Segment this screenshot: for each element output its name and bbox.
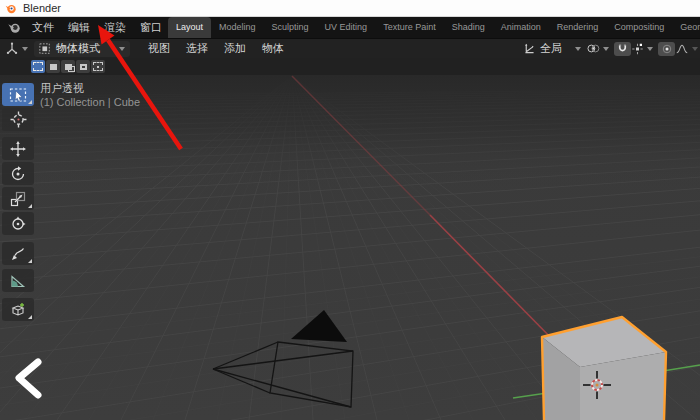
blender-menu-icon[interactable]: [7, 21, 21, 34]
cursor-icon: [10, 111, 27, 128]
select-extend-icon: [50, 64, 57, 70]
chevron-down-icon: [575, 47, 581, 51]
select-mode-extend-button[interactable]: [46, 60, 60, 73]
orientation-global-icon: [523, 42, 536, 55]
orientation-label: 全局: [540, 41, 562, 56]
tool-select-box[interactable]: [2, 83, 34, 106]
select-mode-subtract-button[interactable]: [61, 60, 75, 73]
select-mode-set-button[interactable]: [31, 60, 45, 73]
tab-compositing[interactable]: Compositing: [606, 17, 672, 38]
os-titlebar: Blender: [0, 0, 700, 17]
pivot-point-icon: [586, 42, 600, 55]
tab-texture-paint[interactable]: Texture Paint: [375, 17, 444, 38]
viewport-3d[interactable]: 用户透视 (1) Collection | Cube: [0, 75, 700, 420]
rotate-icon: [10, 166, 26, 182]
window-title: Blender: [23, 2, 61, 14]
tab-geometry-nodes[interactable]: Geometry Nodes: [672, 17, 700, 38]
magnet-icon: [617, 43, 628, 54]
select-mode-buttons: [31, 60, 105, 73]
object-mode-icon: [39, 43, 51, 55]
proportional-edit-controls: [658, 42, 698, 56]
tab-layout[interactable]: Layout: [168, 17, 211, 38]
viewport-header-right: 全局: [523, 39, 698, 58]
chevron-down-icon: [692, 47, 698, 51]
viewport-header: 物体模式 视图 选择 添加 物体 全局: [0, 38, 700, 59]
view-perspective-label: 用户透视: [40, 81, 140, 95]
3d-cursor: [583, 371, 611, 399]
snap-toggle-button[interactable]: [614, 42, 631, 56]
menu-view[interactable]: 视图: [140, 39, 178, 58]
editor-3d-viewport-icon: [5, 42, 19, 55]
workspace-tabs: Layout Modeling Sculpting UV Editing Tex…: [168, 17, 700, 38]
tool-transform[interactable]: [2, 212, 34, 235]
annotate-pen-icon: [10, 246, 26, 262]
proportional-dot-icon: [662, 44, 672, 54]
select-invert-icon: [80, 64, 87, 70]
blender-window: Blender 文件 编辑 渲染 窗口 帮助 Layout Modeling S…: [0, 0, 700, 420]
camera-object[interactable]: [213, 310, 353, 407]
tool-add-cube[interactable]: [2, 298, 34, 321]
mode-dropdown[interactable]: 物体模式: [34, 41, 130, 57]
chevron-down-icon: [22, 47, 28, 51]
toolbar: [2, 83, 34, 321]
proportional-edit-toggle[interactable]: [658, 42, 675, 56]
viewport-info: 用户透视 (1) Collection | Cube: [40, 81, 140, 109]
tool-settings-bar: [0, 58, 700, 75]
tab-rendering[interactable]: Rendering: [549, 17, 607, 38]
tool-move[interactable]: [2, 137, 34, 160]
camera-up-triangle: [291, 310, 347, 342]
select-intersect-icon: [93, 62, 103, 71]
measure-icon: [10, 273, 26, 289]
tab-modeling[interactable]: Modeling: [211, 17, 264, 38]
tool-annotate[interactable]: [2, 242, 34, 265]
snap-target-icon: [631, 43, 644, 55]
axis-x-line: [292, 76, 635, 420]
tool-measure[interactable]: [2, 269, 34, 292]
tab-animation[interactable]: Animation: [493, 17, 549, 38]
viewport-scene: [0, 75, 700, 420]
pivot-point-dropdown[interactable]: [586, 42, 609, 55]
snap-controls: [614, 42, 653, 56]
orientation-dropdown[interactable]: 全局: [523, 41, 581, 56]
menu-select[interactable]: 选择: [178, 39, 216, 58]
chevron-down-icon: [119, 47, 125, 51]
tool-rotate[interactable]: [2, 162, 34, 185]
axis-y-line: [513, 365, 700, 398]
select-box-icon: [9, 87, 27, 103]
tab-shading[interactable]: Shading: [444, 17, 493, 38]
scale-icon: [10, 191, 26, 207]
mode-label: 物体模式: [56, 41, 100, 56]
tab-uv-editing[interactable]: UV Editing: [317, 17, 376, 38]
tab-sculpting[interactable]: Sculpting: [264, 17, 317, 38]
menu-window[interactable]: 窗口: [133, 17, 169, 38]
select-subtract-icon: [65, 64, 72, 70]
chevron-down-icon: [603, 47, 609, 51]
transform-icon: [10, 216, 26, 232]
select-set-icon: [33, 62, 43, 71]
menu-edit[interactable]: 编辑: [61, 17, 97, 38]
menu-file[interactable]: 文件: [25, 17, 61, 38]
tool-scale[interactable]: [2, 187, 34, 210]
add-cube-icon: [10, 302, 26, 318]
snap-with-dropdown[interactable]: [631, 43, 653, 55]
menu-add[interactable]: 添加: [216, 39, 254, 58]
selection-outline: [542, 317, 666, 420]
falloff-curve-icon: [675, 43, 689, 55]
cube-object[interactable]: [542, 317, 666, 420]
select-mode-invert-button[interactable]: [76, 60, 90, 73]
editor-type-selector[interactable]: [5, 42, 28, 55]
blender-logo-icon: [5, 3, 16, 14]
active-object-label: (1) Collection | Cube: [40, 95, 140, 109]
floor-grid: [0, 76, 700, 420]
falloff-dropdown[interactable]: [675, 43, 698, 55]
top-menubar: 文件 编辑 渲染 窗口 帮助 Layout Modeling Sculpting…: [0, 17, 700, 38]
tool-cursor[interactable]: [2, 108, 34, 131]
menu-object[interactable]: 物体: [254, 39, 292, 58]
select-mode-intersect-button[interactable]: [91, 60, 105, 73]
menu-render[interactable]: 渲染: [97, 17, 133, 38]
chevron-down-icon: [647, 47, 653, 51]
move-icon: [10, 141, 26, 157]
